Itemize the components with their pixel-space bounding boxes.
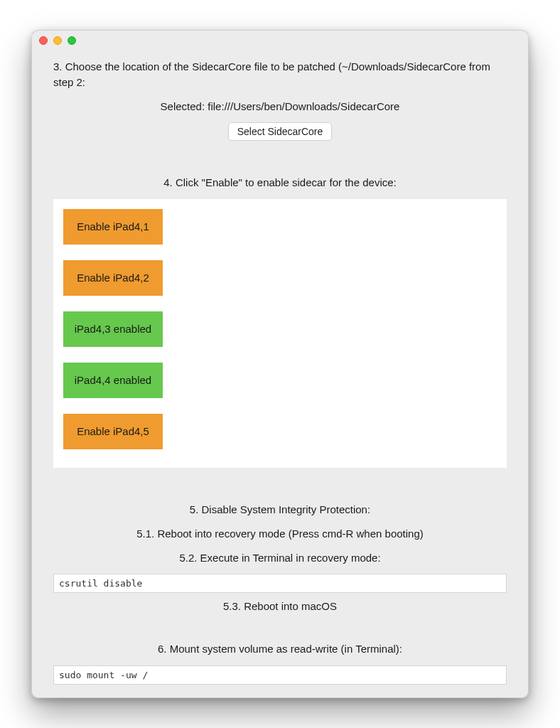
device-panel: Enable iPad4,1 Enable iPad4,2 iPad4,3 en… bbox=[53, 199, 507, 468]
step3-selected: Selected: file:///Users/ben/Downloads/Si… bbox=[53, 99, 507, 114]
enable-ipad4-5-button[interactable]: Enable iPad4,5 bbox=[63, 414, 163, 449]
minimize-icon[interactable] bbox=[53, 36, 62, 45]
close-icon[interactable] bbox=[39, 36, 48, 45]
ipad4-4-enabled-button[interactable]: iPad4,4 enabled bbox=[63, 363, 163, 398]
csrutil-command[interactable]: csrutil disable bbox=[53, 574, 507, 593]
step5-2-text: 5.2. Execute in Terminal in recovery mod… bbox=[53, 550, 507, 566]
window-titlebar bbox=[32, 31, 76, 50]
step6-text: 6. Mount system volume as read-write (in… bbox=[53, 641, 507, 657]
step3-text: 3. Choose the location of the SidecarCor… bbox=[53, 59, 507, 90]
step5-1-text: 5.1. Reboot into recovery mode (Press cm… bbox=[53, 526, 507, 542]
select-sidecarcore-button[interactable]: Select SidecarCore bbox=[228, 122, 333, 141]
mount-command[interactable]: sudo mount -uw / bbox=[53, 665, 507, 685]
maximize-icon[interactable] bbox=[68, 36, 76, 45]
enable-ipad4-1-button[interactable]: Enable iPad4,1 bbox=[63, 209, 163, 245]
app-window: 3. Choose the location of the SidecarCor… bbox=[31, 30, 529, 698]
step4-text: 4. Click "Enable" to enable sidecar for … bbox=[53, 175, 507, 191]
ipad4-3-enabled-button[interactable]: iPad4,3 enabled bbox=[63, 311, 163, 347]
step5-3-text: 5.3. Reboot into macOS bbox=[53, 599, 507, 614]
step5-title: 5. Disable System Integrity Protection: bbox=[53, 502, 507, 518]
enable-ipad4-2-button[interactable]: Enable iPad4,2 bbox=[63, 260, 163, 296]
